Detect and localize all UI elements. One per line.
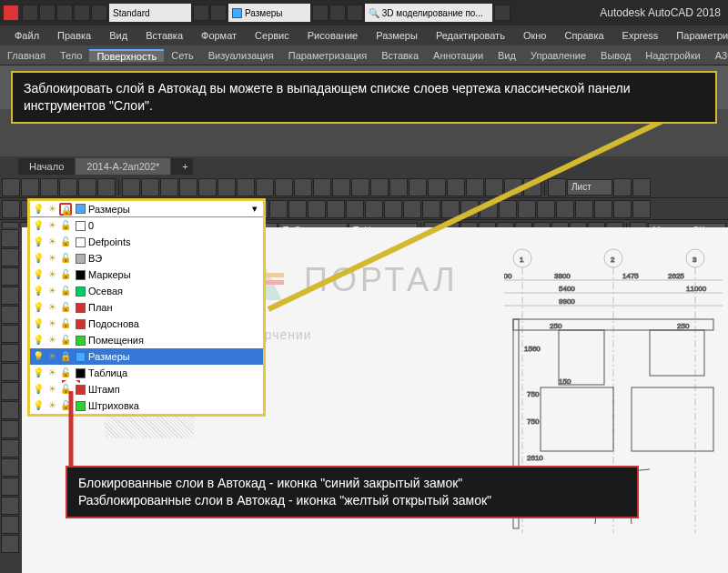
qat-btn[interactable] <box>210 5 227 21</box>
layout-combo[interactable]: Лист <box>567 179 612 196</box>
tool-btn[interactable] <box>198 178 217 196</box>
ribbon-tab[interactable]: A360 <box>708 50 728 61</box>
menu-insert[interactable]: Вставка <box>136 30 192 41</box>
layer-item[interactable]: 💡☀🔓Defpoints <box>30 234 263 250</box>
bulb-icon[interactable]: 💡 <box>32 350 45 363</box>
menu-draw[interactable]: Рисование <box>298 30 367 41</box>
tool-btn[interactable] <box>523 178 541 196</box>
freeze-icon[interactable]: ☀ <box>46 383 58 396</box>
tool-btn[interactable] <box>288 200 307 218</box>
tool-btn[interactable] <box>217 178 236 196</box>
menu-express[interactable]: Express <box>613 30 668 41</box>
layer-item[interactable]: 💡☀🔓Таблица <box>30 365 263 381</box>
tool-btn[interactable] <box>422 200 440 218</box>
layer-item[interactable]: 💡☀🔓Подоснова <box>30 316 263 332</box>
freeze-icon[interactable]: ☀ <box>46 219 58 232</box>
menu-dimension[interactable]: Размеры <box>367 30 427 41</box>
bulb-icon[interactable]: 💡 <box>32 285 45 297</box>
bulb-icon[interactable]: 💡 <box>32 317 45 330</box>
bulb-icon[interactable]: 💡 <box>32 252 45 265</box>
ribbon-tab[interactable]: Визуализация <box>201 50 281 61</box>
tool-btn[interactable] <box>613 178 632 196</box>
tool-btn[interactable] <box>632 178 651 196</box>
tool-btn[interactable] <box>485 178 503 196</box>
ribbon-tab[interactable]: Вставка <box>374 50 426 61</box>
tool-btn[interactable] <box>1 286 19 305</box>
ribbon-tab[interactable]: Тело <box>53 50 90 61</box>
tool-btn[interactable] <box>480 200 498 218</box>
lock-open-icon[interactable]: 🔓 <box>59 301 72 314</box>
tool-btn[interactable] <box>275 178 293 196</box>
tool-btn[interactable] <box>1 344 19 362</box>
layer-color-swatch[interactable] <box>76 303 86 313</box>
tool-btn[interactable] <box>384 200 402 218</box>
lock-open-icon[interactable]: 🔓 <box>59 268 72 281</box>
tool-btn[interactable] <box>59 178 77 196</box>
lock-open-icon[interactable]: 🔓 <box>59 399 72 412</box>
qat-btn[interactable] <box>91 5 107 21</box>
bulb-icon[interactable]: 💡 <box>32 367 45 379</box>
tool-btn[interactable] <box>632 200 651 218</box>
freeze-icon[interactable]: ☀ <box>46 301 58 314</box>
lock-open-icon[interactable]: 🔓 <box>59 219 72 232</box>
tool-btn[interactable] <box>141 178 159 196</box>
layer-color-swatch[interactable] <box>76 319 86 329</box>
bulb-icon[interactable]: 💡 <box>32 399 45 412</box>
tool-btn[interactable] <box>466 178 484 196</box>
workspace-switcher[interactable]: 🔍 3D моделирование по... <box>365 4 492 22</box>
qat-btn[interactable] <box>312 5 329 21</box>
bulb-icon[interactable]: 💡 <box>32 203 45 216</box>
layer-color-swatch[interactable] <box>76 352 86 362</box>
menu-file[interactable]: Файл <box>5 30 48 41</box>
tool-btn[interactable] <box>1 401 19 419</box>
menu-edit[interactable]: Правка <box>48 30 100 41</box>
tool-btn[interactable] <box>122 178 140 196</box>
freeze-icon[interactable]: ☀ <box>46 236 58 248</box>
ribbon-tab[interactable]: Вывод <box>593 50 638 61</box>
layer-dropdown[interactable]: 💡☀🔒Размеры▾💡☀🔓0💡☀🔓Defpoints💡☀🔓ВЭ💡☀🔓Марке… <box>27 198 266 417</box>
layer-item[interactable]: 💡☀🔓Помещения <box>30 332 263 348</box>
tool-btn[interactable] <box>351 178 369 196</box>
doc-tab-start[interactable]: Начало <box>18 158 75 175</box>
lock-open-icon[interactable]: 🔓 <box>59 367 72 379</box>
ribbon-tab[interactable]: Главная <box>0 50 53 61</box>
tool-btn[interactable] <box>97 178 116 196</box>
tool-btn[interactable] <box>237 178 255 196</box>
menu-view[interactable]: Вид <box>100 30 136 41</box>
layer-item[interactable]: 💡☀🔒Размеры <box>30 348 263 365</box>
text-style-combo[interactable]: Standard <box>109 4 191 22</box>
tool-btn[interactable] <box>518 200 536 218</box>
tool-btn[interactable] <box>365 200 383 218</box>
layer-color-swatch[interactable] <box>76 237 86 247</box>
lock-open-icon[interactable]: 🔓 <box>59 383 72 396</box>
tool-btn[interactable] <box>327 200 345 218</box>
app-icon[interactable] <box>4 5 18 20</box>
tool-btn[interactable] <box>1 382 19 400</box>
tool-btn[interactable] <box>447 178 465 196</box>
lock-open-icon[interactable]: 🔓 <box>59 236 72 248</box>
layer-item[interactable]: 💡☀🔓Штриховка <box>30 397 263 414</box>
tool-btn[interactable] <box>78 178 96 196</box>
tool-btn[interactable] <box>346 200 364 218</box>
tool-btn[interactable] <box>1 458 19 477</box>
tool-btn[interactable] <box>389 178 408 196</box>
layer-color-swatch[interactable] <box>76 204 86 214</box>
freeze-icon[interactable]: ☀ <box>46 268 58 281</box>
tool-btn[interactable] <box>594 200 612 218</box>
freeze-icon[interactable]: ☀ <box>46 203 58 216</box>
menu-window[interactable]: Окно <box>514 30 556 41</box>
qat-btn[interactable] <box>56 5 73 21</box>
tool-btn[interactable] <box>1 439 19 457</box>
lock-open-icon[interactable]: 🔓 <box>59 285 72 297</box>
ribbon-tab[interactable]: Управление <box>523 50 593 61</box>
layer-color-swatch[interactable] <box>76 221 86 231</box>
tool-btn[interactable] <box>504 178 522 196</box>
tool-btn[interactable] <box>313 178 331 196</box>
tool-btn[interactable] <box>403 200 421 218</box>
qat-btn[interactable] <box>329 5 346 21</box>
layer-color-swatch[interactable] <box>76 270 86 280</box>
layer-current[interactable]: 💡☀🔒Размеры▾ <box>30 201 263 217</box>
tool-btn[interactable] <box>332 178 350 196</box>
layer-item[interactable]: 💡☀🔓Осевая <box>30 283 263 299</box>
tool-btn[interactable] <box>409 178 427 196</box>
